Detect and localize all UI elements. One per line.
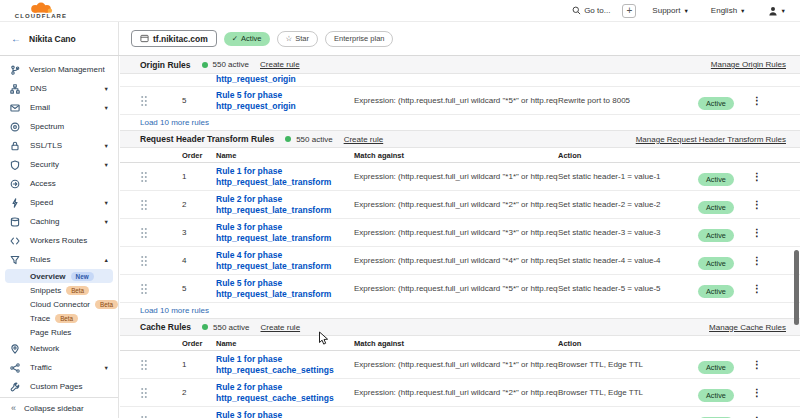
sidebar-item-access[interactable]: Access (0, 174, 118, 193)
rule-action: Browser TTL, Edge TTL (558, 388, 698, 397)
sidebar-item-security[interactable]: Security ▼ (0, 155, 118, 174)
manage-origin-rules-link[interactable]: Manage Origin Rules (711, 60, 786, 69)
load-more-rules-link[interactable]: Load 10 more rules (120, 115, 800, 130)
branch-icon (10, 65, 20, 75)
rule-order: 4 (182, 256, 216, 265)
vertical-scrollbar[interactable] (794, 250, 799, 325)
sidebar-item-label: Security (30, 160, 59, 169)
drag-handle-icon[interactable] (140, 387, 182, 399)
rule-order: 2 (182, 200, 216, 209)
sidebar-item-ssl-tls[interactable]: SSL/TLS ▼ (0, 136, 118, 155)
global-search[interactable]: Go to... (572, 6, 610, 15)
kebab-menu-icon[interactable]: ⋮ (746, 387, 768, 398)
sidebar-item-custom-pages[interactable]: Custom Pages (0, 377, 118, 396)
create-rule-link[interactable]: Create rule (260, 60, 300, 69)
rule-name-link[interactable]: Rule 5 for phasehttp_request_origin (216, 90, 354, 111)
rule-name-link[interactable]: Rule 3 for phasehttp_request_cache_setti… (216, 410, 354, 418)
sidebar-item-version-management[interactable]: Version Management (0, 60, 118, 79)
sidebar-item-label: Network (30, 344, 59, 353)
drag-handle-icon[interactable] (140, 359, 182, 371)
sidebar-item-label: Traffic (30, 363, 52, 372)
star-label: Star (295, 34, 309, 43)
kebab-menu-icon[interactable]: ⋮ (746, 95, 768, 106)
sidebar-item-overview[interactable]: Overview New (5, 269, 113, 283)
sidebar-item-cloud-connector[interactable]: Cloud Connector Beta (5, 297, 113, 311)
domain-selector[interactable]: tf.nikitac.com (131, 30, 217, 47)
rule-action: Set static header-5 = value-5 (558, 284, 698, 293)
rule-name-link[interactable]: Rule 4 for phasehttp_request_late_transf… (216, 250, 354, 271)
rule-name-link[interactable]: Rule 5 for phasehttp_request_late_transf… (216, 278, 354, 299)
star-button[interactable]: ☆ Star (277, 31, 319, 47)
rule-name-link[interactable]: Rule 1 for phasehttp_request_cache_setti… (216, 354, 354, 375)
account-menu[interactable]: ▼ (768, 6, 786, 16)
back-arrow-icon[interactable]: ← (11, 33, 21, 44)
rule-name-link[interactable]: Rule 3 for phasehttp_request_late_transf… (216, 222, 354, 243)
rule-name-link[interactable]: Rule 2 for phasehttp_request_cache_setti… (216, 382, 354, 403)
kebab-menu-icon[interactable]: ⋮ (746, 283, 768, 294)
rule-name-link[interactable]: Rule 2 for phasehttp_request_late_transf… (216, 194, 354, 215)
create-rule-link[interactable]: Create rule (261, 323, 301, 332)
status-badge: Active (698, 229, 734, 242)
chevron-down-icon: ▼ (104, 200, 109, 206)
table-row: 1 Rule 1 for phasehttp_request_cache_set… (120, 351, 800, 379)
rule-expression: Expression: (http.request.full_uri wildc… (354, 200, 558, 209)
rule-name-link[interactable]: http_request_origin (216, 74, 354, 85)
create-rule-link[interactable]: Create rule (344, 135, 384, 144)
drag-handle-icon[interactable] (140, 95, 182, 107)
drag-handle-icon[interactable] (140, 415, 182, 418)
kebab-menu-icon[interactable]: ⋮ (746, 199, 768, 210)
sidebar-item-email[interactable]: Email ▼ (0, 98, 118, 117)
rule-expression: Expression: (http.request.full_uri wildc… (354, 256, 558, 265)
sidebar-item-label: Speed (30, 198, 53, 207)
drag-handle-icon[interactable] (140, 255, 182, 267)
sidebar-item-traffic[interactable]: Traffic ▼ (0, 358, 118, 377)
drag-handle-icon[interactable] (140, 283, 182, 295)
kebab-menu-icon[interactable]: ⋮ (746, 359, 768, 370)
sidebar-item-rules[interactable]: Rules ▲ (0, 250, 118, 269)
rule-name-link[interactable]: Rule 1 for phasehttp_request_late_transf… (216, 166, 354, 187)
sidebar-item-speed[interactable]: Speed ▼ (0, 193, 118, 212)
drag-handle-icon[interactable] (140, 199, 182, 211)
collapse-sidebar-button[interactable]: « Collapse sidebar (0, 397, 118, 418)
drag-handle-icon[interactable] (140, 227, 182, 239)
manage-request-header-transform-rules-link[interactable]: Manage Request Header Transform Rules (636, 135, 786, 144)
sidebar-item-workers-routes[interactable]: Workers Routes (0, 231, 118, 250)
table-row-partial: http_request_origin (120, 74, 800, 87)
kebab-menu-icon[interactable]: ⋮ (746, 171, 768, 182)
chevron-down-icon: ▼ (740, 8, 745, 14)
sidebar-item-caching[interactable]: Caching ▼ (0, 212, 118, 231)
kebab-menu-icon[interactable]: ⋮ (746, 255, 768, 266)
drag-handle-icon[interactable] (140, 171, 182, 183)
language-menu[interactable]: English ▼ (711, 6, 746, 15)
manage-cache-rules-link[interactable]: Manage Cache Rules (709, 323, 786, 332)
table-row: 5 Rule 5 for phasehttp_request_origin Ex… (120, 87, 800, 115)
sidebar-item-page-rules[interactable]: Page Rules (5, 325, 113, 339)
sidebar-item-dns[interactable]: DNS ▼ (0, 79, 118, 98)
rule-order: 3 (182, 228, 216, 237)
rule-expression: Expression: (http.request.full_uri wildc… (354, 388, 558, 397)
sidebar-item-network[interactable]: Network (0, 339, 118, 358)
chevron-down-icon: ▼ (781, 8, 786, 14)
chevron-down-icon: ▼ (104, 143, 109, 149)
cloudflare-logo[interactable]: CLOUDFLARE (10, 2, 72, 19)
plan-badge: Enterprise plan (325, 31, 393, 47)
email-icon (10, 103, 21, 113)
beta-badge: Beta (55, 314, 78, 323)
workers-icon (10, 236, 21, 246)
status-badge: Active (698, 257, 734, 270)
search-icon (572, 6, 581, 15)
load-more-rules-link[interactable]: Load 10 more rules (120, 303, 800, 318)
collapse-icon: « (11, 403, 16, 413)
sidebar-item-spectrum[interactable]: Spectrum (0, 117, 118, 136)
sidebar-item-label: Caching (30, 217, 59, 226)
kebab-menu-icon[interactable]: ⋮ (746, 227, 768, 238)
sidebar-item-snippets[interactable]: Snippets Beta (5, 283, 113, 297)
add-button[interactable]: + (622, 4, 636, 18)
database-icon (10, 217, 21, 227)
section-header-request-header-transform-rules: Request Header Transform Rules 550 activ… (120, 130, 800, 148)
support-menu[interactable]: Support ▼ (652, 6, 688, 15)
chevron-down-icon: ▼ (104, 219, 109, 225)
rule-order: 1 (182, 172, 216, 181)
sidebar-item-trace[interactable]: Trace Beta (5, 311, 113, 325)
sidebar-subitem-label: Page Rules (30, 328, 71, 337)
